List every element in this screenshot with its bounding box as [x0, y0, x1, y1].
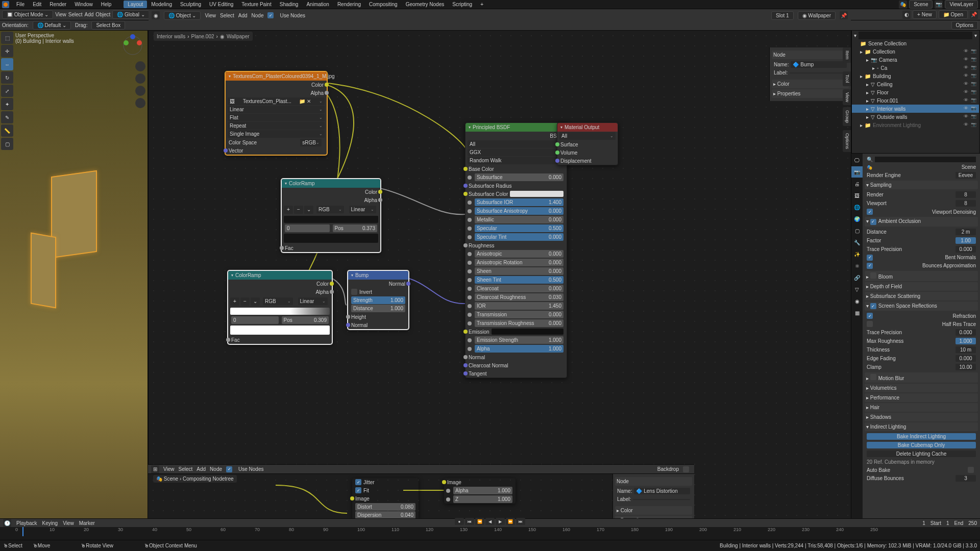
properties-panel[interactable]: 🔍 🎭 Scene Render EngineEevee ▾ Sampling … — [863, 154, 980, 536]
principled-specular-tint[interactable]: Specular Tint0.000 — [465, 233, 567, 241]
workspace-add[interactable]: + — [476, 1, 487, 8]
principled-clearcoat-roughness[interactable]: Clearcoat Roughness0.030 — [465, 293, 567, 302]
hdr-object[interactable]: Object — [95, 12, 110, 17]
tool-measure[interactable]: 📏 — [1, 124, 13, 137]
jump-end-icon[interactable]: ⏭ — [516, 518, 525, 525]
ne-add[interactable]: Add — [238, 13, 248, 18]
workspace-geonodes[interactable]: Geometry Nodes — [402, 1, 449, 8]
props-search[interactable] — [875, 157, 976, 162]
node-name-input[interactable]: 🔷 Bump — [791, 61, 847, 68]
outliner-item[interactable]: ▸ 📁 Collection👁📷 — [852, 47, 979, 56]
play-rev-icon[interactable]: ◀ — [485, 518, 495, 525]
hdr-add[interactable]: Add — [85, 12, 94, 17]
image-browser[interactable]: 🖼TexturesCom_Plast...📁 ✕ — [228, 97, 325, 105]
use-nodes-checkbox[interactable] — [267, 12, 274, 18]
timeline[interactable]: 🕐 Playback Keying View Marker ● ⏮ ⏪ ◀ ▶ … — [0, 518, 980, 536]
ne-select[interactable]: Select — [220, 13, 234, 18]
workspace-rendering[interactable]: Rendering — [333, 1, 365, 8]
tab-world[interactable]: 🌍 — [851, 213, 863, 224]
current-frame[interactable]: 1 — [922, 520, 925, 526]
principled-metallic[interactable]: Metallic0.000 — [465, 215, 567, 224]
projection-dropdown[interactable]: Flat — [228, 114, 325, 121]
play-icon[interactable]: ▶ — [496, 518, 505, 525]
outliner-item[interactable]: ▸ ▽ Interior walls👁📷 — [852, 105, 979, 113]
colorspace-dropdown[interactable]: sRGB — [300, 139, 322, 146]
outliner-item[interactable]: ▸ 📷 Camera👁📷 — [852, 56, 979, 64]
tab-physics[interactable]: ⚛ — [851, 260, 863, 271]
ne-view[interactable]: View — [205, 13, 216, 18]
tool-addcube[interactable]: ▢ — [1, 138, 13, 150]
principled-alpha[interactable]: Alpha1.000 — [465, 344, 567, 353]
ramp-del[interactable]: − — [294, 206, 303, 214]
node-colorramp-2[interactable]: ColorRamp Color Alpha +−⌄RGBLinear 0Pos0… — [228, 270, 332, 344]
strength-slider[interactable]: Strength1.000 — [351, 296, 405, 304]
principled-anisotropic-rotation[interactable]: Anisotropic Rotation0.000 — [465, 258, 567, 267]
scene-name[interactable]: Scene — [909, 0, 933, 9]
tab-particles[interactable]: ✨ — [851, 248, 863, 260]
distance-slider[interactable]: Distance1.000 — [351, 305, 405, 312]
playhead[interactable] — [22, 527, 23, 536]
sidebar-tab-group[interactable]: Group — [843, 107, 851, 126]
bake-indirect-button[interactable]: Bake Indirect Lighting — [867, 433, 976, 440]
principled-transmission-roughness[interactable]: Transmission Roughness0.000 — [465, 319, 567, 328]
persp-icon[interactable] — [135, 98, 145, 108]
workspace-scripting[interactable]: Scripting — [448, 1, 476, 8]
hdr-select[interactable]: Select — [68, 12, 83, 17]
outliner-item[interactable]: ▸ ▽ Floor.001👁📷 — [852, 96, 979, 105]
ramp-menu[interactable]: ⌄ — [304, 206, 313, 214]
tab-texture[interactable]: ▦ — [851, 307, 863, 318]
mode-dropdown[interactable]: 🔲 Object Mode ⌄ — [2, 10, 53, 19]
sidebar-tab-options[interactable]: Options — [843, 130, 851, 152]
workspace-layout[interactable]: Layout — [124, 1, 147, 8]
outliner-item[interactable]: ▸ ▽ Ceiling👁📷 — [852, 80, 979, 88]
shading-icon[interactable]: ◐ — [902, 11, 911, 19]
tab-render-engine[interactable]: 📷 — [851, 166, 863, 178]
outliner[interactable]: ▾▾ 📁 Scene Collection ▸ 📁 Collection👁📷▸ … — [851, 31, 979, 153]
principled-clearcoat[interactable]: Clearcoat0.000 — [465, 284, 567, 293]
ramp-color[interactable] — [284, 234, 378, 243]
orientation-dropdown[interactable]: 🌐 Global ⌄ — [112, 10, 149, 19]
ramp-gradient[interactable] — [284, 216, 378, 223]
source-dropdown[interactable]: Single Image — [228, 130, 325, 138]
workspace-sculpting[interactable]: Sculpting — [176, 1, 205, 8]
menu-render[interactable]: Render — [45, 1, 70, 8]
jump-start-icon[interactable]: ⏮ — [465, 518, 474, 525]
tab-constraints[interactable]: 🔗 — [851, 272, 863, 283]
key-next-icon[interactable]: ⏩ — [506, 518, 515, 525]
ramp-gradient-2[interactable] — [230, 308, 330, 315]
extension-dropdown[interactable]: Repeat — [228, 122, 325, 130]
viewport-3d[interactable]: User Perspective (0) Building | Interior… — [0, 31, 148, 536]
node-lens-distortion[interactable]: Jitter Fit Image Distort0.080 Dispersion… — [352, 478, 419, 519]
viewlayer-name[interactable]: ViewLayer — [945, 0, 978, 9]
new-btn[interactable]: + New — [913, 10, 937, 19]
outliner-item[interactable]: ▸ 📁 Environment Lighting👁📷 — [852, 121, 979, 129]
menu-file[interactable]: File — [12, 1, 29, 8]
editor-type-icon[interactable]: ◉ — [152, 11, 160, 19]
tool-select[interactable]: ⬚ — [1, 32, 13, 44]
node-image-texture[interactable]: TexturesCom_PlasterColoured0394_1_M.jpg … — [225, 71, 327, 155]
hdr-view[interactable]: View — [55, 12, 66, 17]
outliner-item[interactable]: ▸ 📁 Building👁📷 — [852, 72, 979, 80]
outliner-filter-icon[interactable]: ▾ — [854, 33, 856, 38]
slot-dropdown[interactable]: Slot 1 — [771, 11, 794, 20]
outliner-item[interactable]: ▸ ▽ Outside walls👁📷 — [852, 113, 979, 121]
principled-subsurface-anisotropy[interactable]: Subsurface Anisotropy0.000 — [465, 207, 567, 215]
principled-emission-strength[interactable]: Emission Strength1.000 — [465, 336, 567, 344]
workspace-compositing[interactable]: Compositing — [365, 1, 402, 8]
tool-cursor[interactable]: ✛ — [1, 45, 13, 57]
ramp-color-2[interactable] — [230, 325, 330, 335]
principled-sheen-tint[interactable]: Sheen Tint0.500 — [465, 276, 567, 284]
outliner-scene-collection[interactable]: 📁 Scene Collection — [852, 40, 979, 47]
interp-dropdown[interactable]: Linear — [228, 106, 325, 113]
workspace-uv[interactable]: UV Editing — [205, 1, 237, 8]
shader-type[interactable]: 🌐 Object ⌄ — [164, 11, 201, 20]
node-label-input[interactable] — [790, 72, 847, 73]
pin-icon[interactable]: 📌 — [970, 11, 978, 19]
pin-material-icon[interactable]: 📌 — [840, 11, 848, 19]
tab-scene[interactable]: 🌐 — [851, 202, 863, 213]
material-dropdown[interactable]: ◉ Wallpaper — [798, 11, 836, 20]
principled-specular[interactable]: Specular0.500 — [465, 224, 567, 233]
workspace-animation[interactable]: Animation — [302, 1, 333, 8]
ramp-add[interactable]: + — [284, 206, 293, 214]
sidebar-tab-tool[interactable]: Tool — [843, 71, 851, 86]
